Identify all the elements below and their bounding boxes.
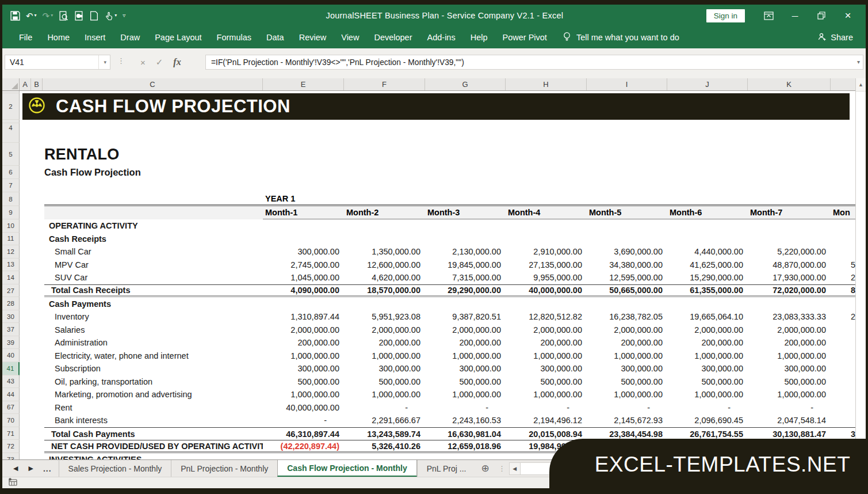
row-label[interactable]: Inventory — [44, 312, 263, 321]
column-header-F[interactable]: F — [344, 78, 425, 90]
cell-value[interactable]: 500,000.00 — [667, 377, 748, 386]
cell-value-partial[interactable]: 5 — [831, 260, 855, 269]
cancel-formula-icon[interactable]: × — [140, 58, 146, 67]
cell-value-partial[interactable]: 2 — [831, 273, 855, 282]
cell-value[interactable]: 16,238,782.05 — [587, 312, 667, 321]
row-header-37[interactable]: 37 — [2, 323, 20, 336]
cell-value-partial[interactable]: 8 — [831, 286, 855, 295]
undo-icon[interactable]: ↶▾ — [26, 12, 37, 20]
column-header-E[interactable]: E — [263, 78, 344, 90]
cell-value[interactable]: 13,243,589.74 — [344, 430, 425, 439]
cell-value[interactable]: 34,380,000.00 — [587, 260, 667, 269]
sheet-tab-cash-flow-projection-monthly[interactable]: Cash Flow Projection - Monthly — [277, 460, 416, 477]
row-label[interactable]: Electricity, water, phone and internet — [44, 351, 263, 360]
enter-formula-icon[interactable]: ✓ — [156, 57, 163, 67]
cell-value[interactable]: 2,000,000.00 — [667, 325, 748, 335]
cell-value[interactable]: 12,600,000.00 — [344, 260, 425, 269]
cell-value[interactable]: 2,130,000.00 — [425, 247, 506, 256]
cell-value[interactable]: 16,630,981.04 — [425, 430, 506, 439]
cell-value[interactable]: 12,820,512.82 — [506, 312, 587, 321]
select-all-corner[interactable] — [2, 78, 20, 90]
ribbon-tab-view[interactable]: View — [334, 28, 366, 47]
cell-value[interactable]: 3,690,000.00 — [587, 247, 667, 256]
cell-value[interactable]: 2,000,000.00 — [344, 325, 425, 335]
row-header-43[interactable]: 43 — [2, 375, 20, 389]
cell-value[interactable]: 41,625,000.00 — [667, 260, 748, 269]
cell-value[interactable]: 23,384,454.98 — [587, 430, 667, 439]
cell-value[interactable]: 2,243,160.53 — [425, 416, 506, 425]
sheet-tab-sales-projection-monthly[interactable]: Sales Projection - Monthly — [59, 460, 171, 477]
ribbon-tab-insert[interactable]: Insert — [77, 28, 113, 47]
cell-value[interactable]: 2,000,000.00 — [587, 325, 667, 335]
row-label[interactable]: Salaries — [44, 325, 263, 335]
row-label[interactable]: Cash Payments — [44, 299, 263, 309]
cell-value[interactable]: 18,570,000.00 — [344, 286, 425, 295]
cell-value[interactable]: (42,220,897.44) — [263, 442, 344, 451]
minimize-button[interactable]: ─ — [782, 7, 808, 24]
cell-value[interactable]: 12,659,018.96 — [425, 442, 506, 451]
cell-value[interactable]: 2,291,666.67 — [344, 416, 425, 425]
cell-value[interactable]: 500,000.00 — [587, 377, 667, 386]
cell-value[interactable]: 1,000,000.00 — [344, 390, 425, 399]
cell-value[interactable]: 19,845,000.00 — [425, 260, 506, 269]
cell-value[interactable]: 500,000.00 — [506, 377, 587, 386]
cell-value[interactable]: 23,083,333.33 — [748, 312, 831, 321]
cell-value[interactable]: 2,000,000.00 — [748, 325, 831, 335]
cell-value[interactable]: 300,000.00 — [344, 364, 425, 373]
insert-function-icon[interactable]: fx — [173, 57, 181, 67]
row-header[interactable]: 7 — [2, 179, 20, 192]
cell-value[interactable]: 200,000.00 — [587, 338, 667, 347]
sheet-scroll-left-icon[interactable]: ◀ — [8, 465, 23, 472]
column-header-J[interactable]: J — [667, 78, 748, 90]
row-header-12[interactable]: 12 — [2, 245, 20, 259]
cell-value[interactable]: 500,000.00 — [344, 377, 425, 386]
quick-print-icon[interactable] — [74, 11, 84, 21]
cell-value[interactable]: 4,620,000.00 — [344, 273, 425, 282]
row-label[interactable]: Bank interests — [44, 416, 263, 425]
print-preview-icon[interactable] — [59, 11, 68, 21]
cell-value[interactable]: 26,761,754.55 — [667, 430, 748, 439]
cell-value[interactable]: 300,000.00 — [506, 364, 587, 373]
cell-value[interactable]: 300,000.00 — [263, 364, 344, 373]
cell-value[interactable]: - — [587, 403, 667, 412]
cell-value[interactable]: 5,951,923.08 — [344, 312, 425, 321]
cell-value[interactable]: 5,326,410.26 — [344, 442, 425, 451]
row-header-70[interactable]: 70 — [2, 414, 20, 427]
row-label[interactable]: Marketing, promotion and advertising — [44, 390, 263, 399]
cell-value[interactable]: 1,000,000.00 — [587, 351, 667, 360]
sign-in-button[interactable]: Sign in — [706, 9, 745, 22]
cell-value[interactable]: 48,870,000.00 — [748, 260, 831, 269]
row-label[interactable]: OPERATING ACTIVITY — [44, 221, 263, 230]
row-header-39[interactable]: 39 — [2, 336, 20, 349]
cell-value[interactable]: 40,000,000.00 — [263, 403, 344, 412]
cell-value[interactable]: 7,315,000.00 — [425, 273, 506, 282]
ribbon-tab-draw[interactable]: Draw — [113, 28, 147, 47]
cell-value[interactable]: 40,000,000.00 — [506, 286, 587, 295]
ribbon-tab-review[interactable]: Review — [292, 28, 334, 47]
cell-value[interactable]: 1,000,000.00 — [667, 390, 748, 399]
sheet-scroll-right-icon[interactable]: ▶ — [23, 465, 38, 472]
cell-value[interactable]: 500,000.00 — [425, 377, 506, 386]
sheet-list-ellipsis[interactable]: ... — [39, 464, 56, 473]
cell-value[interactable]: 2,194,496.12 — [506, 416, 587, 425]
close-button[interactable]: × — [835, 7, 861, 24]
row-header-10[interactable]: 10 — [2, 219, 20, 233]
cell-value[interactable]: 9,387,820.51 — [425, 312, 506, 321]
cell-value[interactable]: 200,000.00 — [344, 338, 425, 347]
cell-value[interactable]: 61,355,000.00 — [667, 286, 748, 295]
cell-value[interactable]: 2,047,548.14 — [748, 416, 831, 425]
cell-value[interactable]: 300,000.00 — [748, 364, 831, 373]
scroll-up-icon[interactable]: ▲ — [856, 78, 866, 92]
ribbon-tab-file[interactable]: File — [12, 28, 40, 47]
column-header-partial[interactable] — [831, 78, 855, 90]
cell-value[interactable]: 500,000.00 — [748, 377, 831, 386]
sheet-tab-pnl-projection-monthly[interactable]: PnL Projection - Monthly — [171, 460, 277, 477]
cell-value[interactable]: 1,000,000.00 — [425, 390, 506, 399]
cell-value[interactable]: 200,000.00 — [506, 338, 587, 347]
row-header-44[interactable]: 44 — [2, 388, 20, 401]
row-header-11[interactable]: 11 — [2, 233, 20, 246]
cell-value[interactable]: 1,350,000.00 — [344, 247, 425, 256]
cell-value[interactable]: 1,000,000.00 — [748, 390, 831, 399]
row-header-14[interactable]: 14 — [2, 271, 20, 284]
row-header-71[interactable]: 71 — [2, 427, 20, 440]
